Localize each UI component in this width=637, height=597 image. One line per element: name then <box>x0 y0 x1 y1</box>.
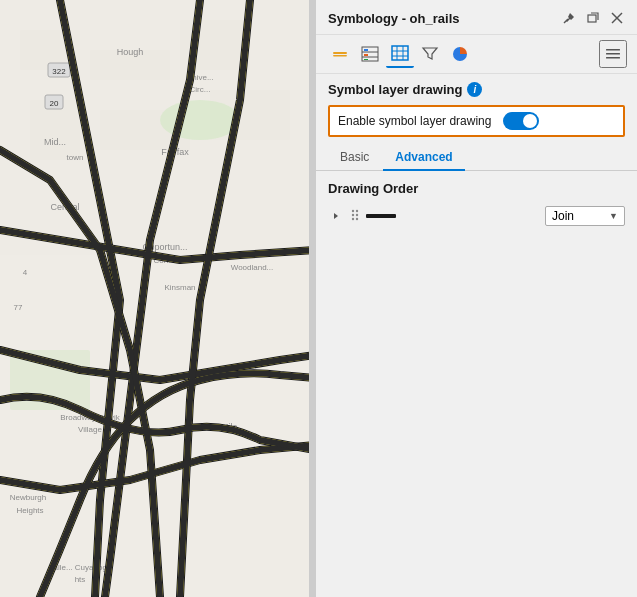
panel-resize-handle[interactable] <box>309 0 315 597</box>
expand-button[interactable] <box>328 208 344 224</box>
svg-text:Mid...: Mid... <box>44 137 66 147</box>
svg-text:20: 20 <box>50 99 59 108</box>
svg-point-57 <box>356 213 358 215</box>
close-button[interactable] <box>607 8 627 28</box>
svg-rect-38 <box>333 52 347 54</box>
enable-toggle-row: Enable symbol layer drawing <box>328 105 625 137</box>
svg-point-58 <box>352 217 354 219</box>
svg-point-55 <box>356 209 358 211</box>
filter-button[interactable] <box>416 40 444 68</box>
svg-point-59 <box>356 217 358 219</box>
categories-button[interactable] <box>356 40 384 68</box>
svg-text:Circ...: Circ... <box>190 85 211 94</box>
svg-rect-35 <box>588 15 596 22</box>
symbol-layer-section-header: Symbol layer drawing i <box>316 74 637 101</box>
svg-rect-46 <box>392 46 408 60</box>
drawing-order-title: Drawing Order <box>328 181 418 196</box>
enable-label: Enable symbol layer drawing <box>338 114 491 128</box>
more-options-button[interactable] <box>599 40 627 68</box>
join-value: Join <box>552 209 574 223</box>
panel-header-icons <box>559 8 627 28</box>
drag-handle[interactable] <box>350 208 360 225</box>
svg-text:Valle... Cuyahoga: Valle... Cuyahoga <box>49 563 112 572</box>
svg-rect-39 <box>333 55 347 57</box>
svg-text:Heights: Heights <box>16 506 43 515</box>
svg-rect-53 <box>606 57 620 59</box>
svg-point-8 <box>160 100 240 140</box>
svg-rect-44 <box>364 54 368 56</box>
tabs-row: Basic Advanced <box>316 145 637 171</box>
join-dropdown[interactable]: Join ▼ <box>545 206 625 226</box>
map-area[interactable]: 322 20 Hough Unive... Circ... Mid... tow… <box>0 0 315 597</box>
charts-button[interactable] <box>446 40 474 68</box>
svg-text:town: town <box>67 153 84 162</box>
svg-text:Woodland...: Woodland... <box>231 263 274 272</box>
quantities-button[interactable] <box>386 40 414 68</box>
svg-rect-43 <box>364 49 368 51</box>
svg-text:Hough: Hough <box>117 47 144 57</box>
svg-rect-52 <box>606 53 620 55</box>
drawing-order-row: Join ▼ <box>316 202 637 230</box>
svg-text:322: 322 <box>52 67 66 76</box>
line-symbol <box>366 214 396 218</box>
join-dropdown-arrow: ▼ <box>609 211 618 221</box>
svg-rect-51 <box>606 49 620 51</box>
drawing-order-header: Drawing Order <box>316 171 637 202</box>
svg-text:4: 4 <box>23 268 28 277</box>
svg-text:Kinsman: Kinsman <box>164 283 195 292</box>
svg-point-54 <box>352 209 354 211</box>
svg-text:Newburgh: Newburgh <box>10 493 46 502</box>
panel-title: Symbology - oh_rails <box>328 11 459 26</box>
symbology-panel: Symbology - oh_rails <box>315 0 637 597</box>
tab-basic[interactable]: Basic <box>328 145 381 171</box>
svg-rect-45 <box>364 59 368 60</box>
tab-advanced[interactable]: Advanced <box>383 145 464 171</box>
enable-toggle[interactable] <box>503 112 539 130</box>
panel-header: Symbology - oh_rails <box>316 0 637 35</box>
svg-point-56 <box>352 213 354 215</box>
symbol-layer-title: Symbol layer drawing <box>328 82 462 97</box>
pin-button[interactable] <box>559 8 579 28</box>
panel-content <box>316 230 637 597</box>
svg-text:hts: hts <box>75 575 86 584</box>
undock-button[interactable] <box>583 8 603 28</box>
single-symbol-button[interactable] <box>326 40 354 68</box>
info-icon[interactable]: i <box>467 82 482 97</box>
symbology-toolbar <box>316 35 637 74</box>
svg-text:Village: Village <box>78 425 102 434</box>
svg-text:77: 77 <box>14 303 23 312</box>
